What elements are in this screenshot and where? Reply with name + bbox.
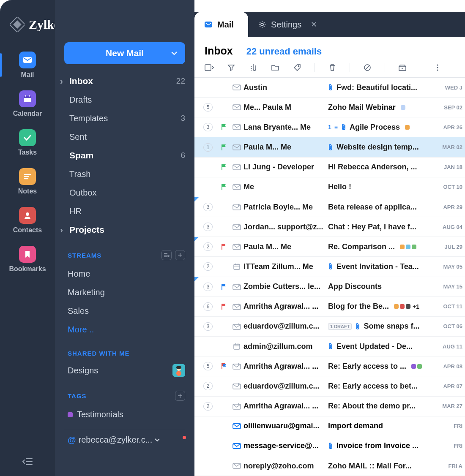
rail-item-notes[interactable]: Notes <box>0 162 55 201</box>
list-toolbar <box>194 61 465 78</box>
thread-count: 2 <box>203 262 213 271</box>
filter-icon[interactable] <box>227 63 236 72</box>
delete-icon[interactable] <box>328 63 337 72</box>
draft-badge: 1 DRAFT <box>328 323 352 330</box>
thread-count: 3 <box>203 283 213 291</box>
message-from: noreply@zoho.com <box>243 462 328 471</box>
message-row[interactable]: 5Me... Paula MZoho Mail WebinarSEP 02 <box>194 98 465 117</box>
folder-name: Outbox <box>69 188 96 198</box>
message-row[interactable]: 3eduardov@zillum.c...1 DRAFTSome snaps f… <box>194 317 465 337</box>
folder-outbox[interactable]: Outbox <box>68 183 185 202</box>
flag-icon[interactable] <box>218 283 230 290</box>
message-row[interactable]: 1Paula M... MeWebsite design temp...MAR … <box>194 137 465 157</box>
stream-marketing[interactable]: Marketing <box>68 283 185 302</box>
folder-hr[interactable]: HR <box>68 202 185 220</box>
stream-name: Sales <box>68 306 89 316</box>
collapse-rail-button[interactable] <box>22 457 33 466</box>
folder-trash[interactable]: Trash <box>68 165 185 183</box>
folder-drafts[interactable]: Drafts <box>68 90 185 109</box>
flag-icon[interactable] <box>218 303 230 310</box>
message-from: Me... Paula M <box>243 103 328 112</box>
message-row[interactable]: olilienwuaru@gmai...Import demandFRI <box>194 416 465 436</box>
stream-more-[interactable]: More .. <box>68 320 185 339</box>
close-icon[interactable]: ✕ <box>311 20 317 29</box>
message-from: Amritha Agrawal... ... <box>243 302 328 311</box>
message-from: message-service@... <box>243 441 328 450</box>
message-row[interactable]: message-service@...Invoice from Invoice … <box>194 436 465 456</box>
flag-icon[interactable] <box>218 243 230 250</box>
unread-count-link[interactable]: 22 unread emails <box>246 46 322 57</box>
rail-item-bookmarks[interactable]: Bookmarks <box>0 240 55 279</box>
archive-icon[interactable] <box>398 63 407 72</box>
message-row[interactable]: noreply@zoho.comZoho MAIL :: Mail For...… <box>194 456 465 476</box>
select-all-checkbox[interactable] <box>205 63 214 72</box>
rail-item-tasks[interactable]: Tasks <box>0 123 55 162</box>
message-row[interactable]: MeHello !OCT 10 <box>194 177 465 197</box>
message-date: APR 07 <box>438 383 465 389</box>
streams-settings-icon[interactable] <box>161 250 172 260</box>
stream-home[interactable]: Home <box>68 264 185 283</box>
message-date: AUG 04 <box>438 224 465 230</box>
message-row[interactable]: 2Paula M... MeRe. Comparison ...JUL 29 <box>194 237 465 257</box>
folder-count: 22 <box>176 76 185 86</box>
tag-testimonials[interactable]: Testimonials <box>68 405 185 424</box>
message-subject: Beta release of applica... <box>328 203 417 212</box>
flag-icon[interactable] <box>218 184 230 190</box>
rail-label: Tasks <box>18 149 37 156</box>
rail-item-contacts[interactable]: Contacts <box>0 201 55 240</box>
message-row[interactable]: 3Zombie Cutters... le...App DiscountsMAY… <box>194 277 465 297</box>
rail-item-mail[interactable]: Mail <box>0 46 55 84</box>
add-stream-button[interactable] <box>175 250 185 260</box>
folder-sent[interactable]: Sent <box>68 128 185 146</box>
svg-point-16 <box>298 65 299 66</box>
envelope-icon <box>230 423 243 429</box>
message-row[interactable]: 3Lana Bryante... Me1≡Agile ProcessAPR 26 <box>194 117 465 137</box>
stream-sales[interactable]: Sales <box>68 302 185 320</box>
attachment-icon <box>328 443 333 449</box>
move-folder-icon[interactable] <box>271 63 280 72</box>
message-subject: Fwd: Beautiful locati... <box>336 83 417 92</box>
tab-settings[interactable]: Settings✕ <box>248 12 331 37</box>
new-mail-button[interactable]: New Mail <box>64 42 185 64</box>
folder-spam[interactable]: Spam6 <box>68 146 185 165</box>
new-mail-label: New Mail <box>106 48 144 58</box>
unread-edge-icon <box>194 237 199 241</box>
thread-count: 3 <box>203 223 213 231</box>
message-date: APR 26 <box>438 124 465 131</box>
folder-templates[interactable]: Templates3 <box>68 109 185 128</box>
message-row[interactable]: 5Amritha Agrawal... ...Re: Early access … <box>194 356 465 376</box>
message-row[interactable]: 2ITTeam Zillum... MeEvent Invitation - T… <box>194 257 465 277</box>
message-row[interactable]: 3Jordan... support@z...Chat : Hey Pat, I… <box>194 217 465 237</box>
message-from: Li Jung - Developer <box>243 163 328 171</box>
rail-item-calendar[interactable]: Calendar <box>0 84 55 123</box>
message-row[interactable]: AustinFwd: Beautiful locati...WED J <box>194 78 465 98</box>
message-row[interactable]: admin@zillum.comEvent Updated - De...AUG… <box>194 337 465 356</box>
tag-icon[interactable] <box>293 63 302 72</box>
message-from: ITTeam Zillum... Me <box>243 262 328 271</box>
account-switcher[interactable]: @ rebecca@zylker.c... <box>55 429 194 452</box>
message-row[interactable]: 2Amritha Agrawal... ...Re: About the dem… <box>194 397 465 416</box>
message-from: Amritha Agrawal... ... <box>243 402 328 411</box>
shared-designs[interactable]: Designs <box>68 361 185 380</box>
flag-icon[interactable] <box>218 144 230 151</box>
message-row[interactable]: Li Jung - DeveloperHi Rebecca Anderson, … <box>194 158 465 177</box>
block-icon[interactable] <box>363 63 372 72</box>
folder-name: Templates <box>69 114 108 123</box>
add-tag-button[interactable] <box>175 391 185 401</box>
flag-icon[interactable] <box>218 363 230 370</box>
tab-mail[interactable]: Mail <box>194 12 248 37</box>
message-from: Zombie Cutters... le... <box>243 282 328 291</box>
shared-name: Designs <box>68 366 98 375</box>
flag-icon[interactable] <box>218 124 230 131</box>
message-row[interactable]: 3Patricia Boyle... MeBeta release of app… <box>194 197 465 217</box>
more-menu-icon[interactable] <box>433 63 442 72</box>
message-row[interactable]: 6Amritha Agrawal... ...Blog for the Be..… <box>194 297 465 317</box>
folder-inbox[interactable]: ›Inbox22 <box>68 72 185 90</box>
attachment-filter-icon[interactable] <box>249 63 258 72</box>
flag-icon[interactable] <box>218 164 230 171</box>
tab-label: Settings <box>271 20 301 30</box>
message-from: Lana Bryante... Me <box>243 123 328 132</box>
message-row[interactable]: 2eduardov@zillum.c...Re: Early access to… <box>194 376 465 396</box>
chevron-right-icon: › <box>60 76 66 86</box>
folder-projects[interactable]: ›Projects <box>68 220 185 239</box>
